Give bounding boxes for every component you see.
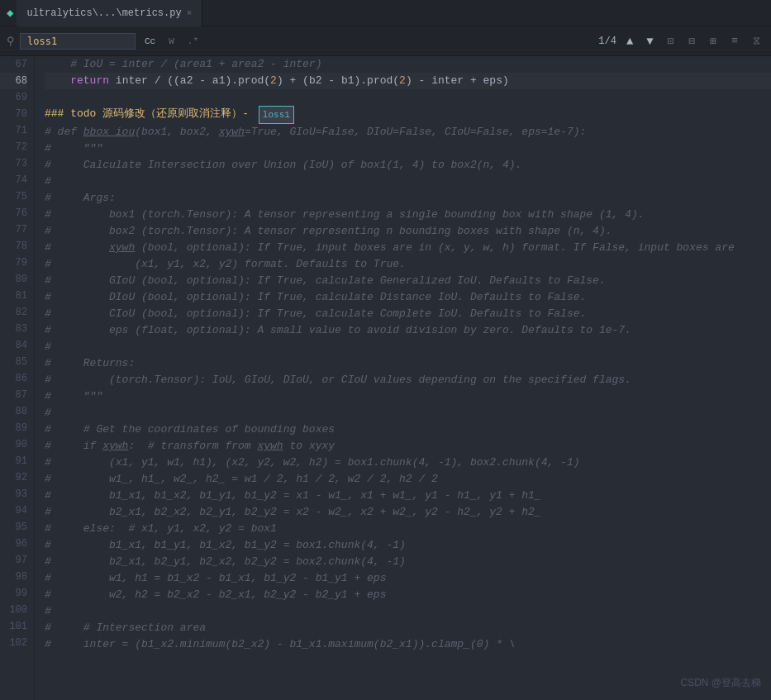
line-75: 75 (0, 188, 27, 205)
line-84: 84 (0, 337, 27, 354)
code-line-92: # w1_, h1_, w2_, h2_ = w1 / 2, h1 / 2, w… (45, 471, 771, 488)
line-71: 71 (0, 122, 27, 139)
line-69: 69 (0, 89, 27, 106)
code-line-74: # (45, 174, 771, 190)
code-line-84: # (45, 339, 771, 355)
code-line-78: # xywh (bool, optional): If True, input … (45, 240, 771, 256)
line-90: 90 (0, 436, 27, 453)
code-line-77: # box2 (torch.Tensor): A tensor represen… (45, 223, 771, 240)
line-number-gutter: 67 68 69 70 71 72 73 74 75 76 77 78 79 8… (0, 56, 35, 700)
code-line-81: # DIoU (bool, optional): If True, calcul… (45, 289, 771, 306)
code-line-75: # Args: (45, 190, 771, 207)
options-button-3[interactable]: ≡ (727, 32, 742, 50)
title-bar: ◆ ultralytics\...\metrics.py × (0, 0, 771, 26)
line-99: 99 (0, 585, 27, 602)
code-line-90: # if xywh: # transform from xywh to xyxy (45, 438, 771, 455)
line-74: 74 (0, 172, 27, 188)
code-line-94: # b2_x1, b2_x2, b2_y1, b2_y2 = x2 - w2_,… (45, 504, 771, 521)
code-line-97: # b2_x1, b2_y1, b2_x2, b2_y2 = box2.chun… (45, 554, 771, 570)
regex-button[interactable]: .* (183, 34, 202, 49)
line-78: 78 (0, 238, 27, 255)
line-77: 77 (0, 221, 27, 238)
code-line-100: # (45, 603, 771, 620)
line-101: 101 (0, 618, 27, 635)
code-line-98: # w1, h1 = b1_x2 - b1_x1, b1_y2 - b1_y1 … (45, 570, 771, 587)
line-91: 91 (0, 453, 27, 469)
code-line-95: # else: # x1, y1, x2, y2 = box1 (45, 521, 771, 537)
line-80: 80 (0, 271, 27, 288)
line-92: 92 (0, 469, 27, 486)
search-icon: ⚲ (7, 35, 15, 48)
line-81: 81 (0, 288, 27, 304)
line-86: 86 (0, 370, 27, 387)
line-73: 73 (0, 155, 27, 172)
line-72: 72 (0, 139, 27, 155)
case-sensitive-button[interactable]: Cc (140, 34, 159, 49)
line-79: 79 (0, 255, 27, 271)
search-actions: 1/4 ▲ ▼ ⊡ ⊟ ⊞ ≡ ⧖ (598, 32, 764, 50)
code-line-71: # def bbox_iou(box1, box2, xywh=True, GI… (45, 124, 771, 140)
line-87: 87 (0, 387, 27, 403)
line-89: 89 (0, 420, 27, 436)
line-94: 94 (0, 502, 27, 519)
code-line-80: # GIoU (bool, optional): If True, calcul… (45, 273, 771, 289)
line-96: 96 (0, 536, 27, 552)
line-98: 98 (0, 569, 27, 585)
code-line-72: # """ (45, 140, 771, 157)
line-88: 88 (0, 403, 27, 420)
file-tab-label: ultralytics\...\metrics.py (26, 7, 181, 19)
code-line-85: # Returns: (45, 355, 771, 372)
line-76: 76 (0, 205, 27, 221)
options-button-2[interactable]: ⊞ (706, 32, 721, 50)
code-line-67: # IoU = inter / (area1 + area2 - inter) (45, 56, 771, 73)
code-line-102: # inter = (b1_x2.minimum(b2_x2) - b1_x1.… (45, 636, 771, 653)
file-tab[interactable]: ultralytics\...\metrics.py × (17, 0, 202, 26)
search-count: 1/4 (598, 36, 616, 47)
line-70: 70 (0, 106, 27, 122)
prev-match-button[interactable]: ▲ (623, 33, 636, 50)
line-97: 97 (0, 552, 27, 569)
code-line-93: # b1_x1, b1_x2, b1_y1, b1_y2 = x1 - w1_,… (45, 488, 771, 504)
watermark: CSDN @登高去梯 (680, 676, 761, 690)
options-button-1[interactable]: ⊟ (685, 32, 700, 50)
next-match-button[interactable]: ▼ (643, 33, 656, 50)
code-line-68: return inter / ((a2 - a1).prod(2) + (b2 … (45, 73, 771, 89)
code-line-99: # w2, h2 = b2_x2 - b2_x1, b2_y2 - b2_y1 … (45, 587, 771, 603)
line-82: 82 (0, 304, 27, 321)
code-line-69 (45, 89, 771, 106)
filter-button[interactable]: ⧖ (749, 32, 764, 50)
code-line-83: # eps (float, optional): A small value t… (45, 322, 771, 339)
search-input[interactable] (20, 33, 136, 50)
line-100: 100 (0, 602, 27, 618)
code-line-79: # (x1, y1, x2, y2) format. Defaults to T… (45, 256, 771, 273)
line-102: 102 (0, 635, 27, 651)
line-85: 85 (0, 354, 27, 370)
code-line-82: # CIoU (bool, optional): If True, calcul… (45, 306, 771, 322)
code-line-76: # box1 (torch.Tensor): A tensor represen… (45, 207, 771, 223)
code-line-87: # """ (45, 388, 771, 405)
code-line-101: # # Intersection area (45, 620, 771, 636)
code-line-73: # Calculate Intersection over Union (IoU… (45, 157, 771, 174)
code-content[interactable]: # IoU = inter / (area1 + area2 - inter) … (35, 56, 771, 700)
code-line-86: # (torch.Tensor): IoU, GIoU, DIoU, or CI… (45, 372, 771, 388)
code-editor: 67 68 69 70 71 72 73 74 75 76 77 78 79 8… (0, 56, 771, 700)
whole-word-button[interactable]: W (164, 34, 178, 49)
code-line-96: # b1_x1, b1_y1, b1_x2, b1_y2 = box1.chun… (45, 537, 771, 554)
line-93: 93 (0, 486, 27, 502)
collapse-button[interactable]: ⊡ (664, 32, 678, 50)
code-line-88: # (45, 405, 771, 421)
line-67: 67 (0, 56, 27, 73)
close-tab-button[interactable]: × (187, 8, 193, 18)
code-line-70: ### todo 源码修改（还原则取消注释）- loss1 (45, 106, 771, 124)
search-bar: ⚲ Cc W .* 1/4 ▲ ▼ ⊡ ⊟ ⊞ ≡ ⧖ (0, 26, 771, 56)
loss1-badge: loss1 (259, 106, 294, 124)
code-line-91: # (x1, y1, w1, h1), (x2, y2, w2, h2) = b… (45, 455, 771, 471)
line-83: 83 (0, 321, 27, 337)
line-95: 95 (0, 519, 27, 536)
code-line-89: # # Get the coordinates of bounding boxe… (45, 421, 771, 438)
line-68: 68 (0, 73, 27, 89)
app-icon: ◆ (7, 6, 13, 20)
